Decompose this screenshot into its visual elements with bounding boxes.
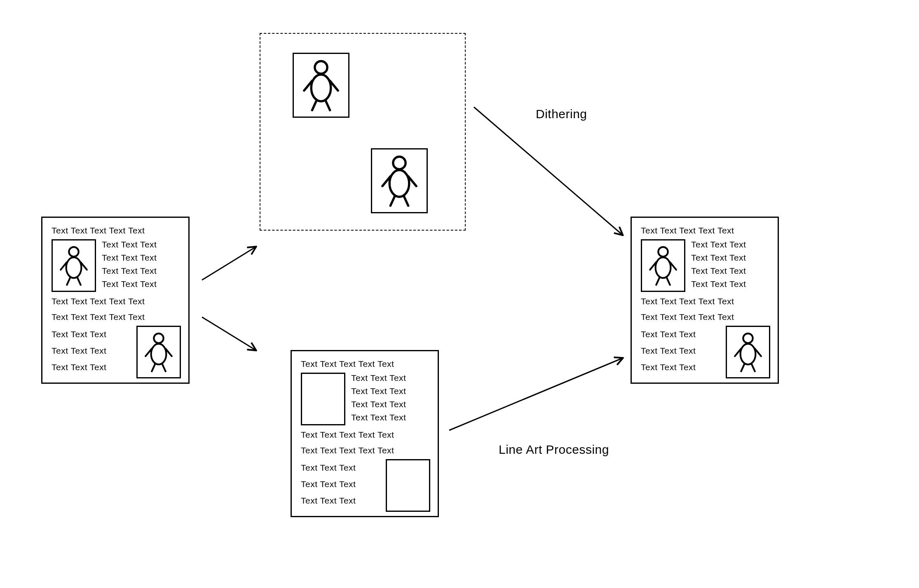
arrows-layer xyxy=(0,0,919,588)
diagram-canvas: Text Text Text Text Text Text Text Text xyxy=(0,0,919,588)
arrow-dithering xyxy=(474,107,622,235)
arrow-source-to-images xyxy=(202,247,256,280)
arrow-lineart xyxy=(449,358,622,430)
arrow-source-to-text xyxy=(202,317,256,350)
label-dithering: Dithering xyxy=(536,107,587,121)
label-line-art-processing: Line Art Processing xyxy=(499,443,609,457)
